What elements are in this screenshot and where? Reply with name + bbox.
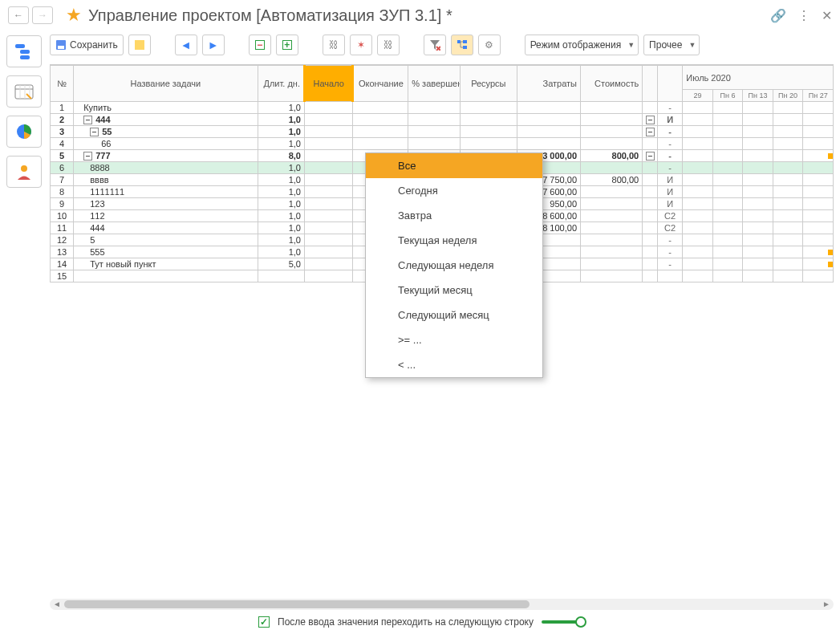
col-cost[interactable]: Затраты xyxy=(517,66,580,102)
svg-rect-12 xyxy=(135,40,144,50)
minus-box-icon: − xyxy=(255,40,265,50)
footer-checkbox[interactable]: ✓ xyxy=(258,616,270,628)
task-name: 66 xyxy=(101,139,111,148)
chain-icon: ⛓ xyxy=(329,39,339,51)
tree-toggle-icon[interactable]: − xyxy=(83,152,92,161)
settings-button[interactable]: ⚙ xyxy=(478,35,501,55)
sidebar-calendar-button[interactable] xyxy=(6,75,42,108)
funnel-clear-icon xyxy=(429,39,440,51)
more-menu-icon[interactable]: ⋮ xyxy=(797,8,810,23)
horizontal-scrollbar[interactable]: ◄ ► xyxy=(50,599,834,610)
toggle-knob[interactable] xyxy=(575,616,586,628)
expand-toggle-icon[interactable]: − xyxy=(646,128,655,136)
arrow-left-icon: ◄ xyxy=(181,39,192,51)
col-pct[interactable]: % завершения xyxy=(408,66,461,102)
structure-icon xyxy=(14,43,34,60)
link-icon[interactable]: 🔗 xyxy=(770,8,786,23)
svg-rect-15 xyxy=(457,40,461,43)
close-icon[interactable]: ✕ xyxy=(822,8,832,23)
task-name: 5 xyxy=(90,235,95,245)
calendar-icon xyxy=(14,83,34,100)
tree-toggle-icon[interactable]: − xyxy=(90,128,99,136)
task-name: Купить xyxy=(83,103,112,112)
chain2-icon: ⛓ xyxy=(383,39,393,51)
plus-box-icon: + xyxy=(282,40,292,50)
col-num[interactable]: № xyxy=(51,66,74,102)
dropdown-item-tomorrow[interactable]: Завтра xyxy=(366,203,542,228)
unlink-button[interactable]: ✶ xyxy=(350,35,372,55)
task-name: 444 xyxy=(90,223,104,233)
col-price[interactable]: Стоимость xyxy=(581,66,643,102)
note-button[interactable] xyxy=(128,35,151,55)
task-name: 1111111 xyxy=(90,187,124,197)
scrollbar-thumb[interactable] xyxy=(64,600,530,608)
nav-back-button[interactable]: ← xyxy=(8,6,29,24)
svg-point-9 xyxy=(21,165,27,172)
sidebar-chart-button[interactable] xyxy=(6,116,42,148)
arrow-right-icon: ► xyxy=(208,39,219,51)
task-name: 777 xyxy=(95,151,110,161)
col-name[interactable]: Название задачи xyxy=(74,66,258,102)
link-button[interactable]: ⛓ xyxy=(323,35,345,55)
table-row[interactable]: 1Купить1,0- xyxy=(51,102,834,114)
task-name: 8888 xyxy=(90,163,109,173)
dropdown-item-this-week[interactable]: Текущая неделя xyxy=(366,228,542,253)
expand-toggle-icon[interactable]: − xyxy=(646,152,655,161)
filter-clear-button[interactable] xyxy=(424,35,446,55)
favorite-star-icon[interactable]: ★ xyxy=(66,5,82,26)
arrow-left-button[interactable]: ◄ xyxy=(175,35,197,55)
dropdown-item-this-month[interactable]: Текущий месяц xyxy=(366,278,542,303)
save-button[interactable]: Сохранить xyxy=(50,35,124,55)
link2-button[interactable]: ⛓ xyxy=(377,35,400,55)
table-row[interactable]: 4661,0- xyxy=(51,138,834,150)
nav-forward-button[interactable]: → xyxy=(32,6,53,24)
task-name: Тут новый пункт xyxy=(90,259,156,269)
col-end[interactable]: Окончание xyxy=(353,66,408,102)
scroll-right-icon[interactable]: ► xyxy=(821,599,832,610)
col-expand[interactable] xyxy=(643,66,658,102)
dropdown-item-next-week[interactable]: Следующая неделя xyxy=(366,253,542,278)
display-mode-label: Режим отображения xyxy=(530,39,622,51)
dropdown-item-today[interactable]: Сегодня xyxy=(366,178,542,203)
task-name: 112 xyxy=(90,211,104,221)
footer-label: После ввода значения переходить на следу… xyxy=(278,616,534,628)
col-res[interactable]: Ресурсы xyxy=(460,66,517,102)
other-button[interactable]: Прочее ▼ xyxy=(643,35,700,55)
sidebar-structure-button[interactable] xyxy=(6,35,42,67)
col-dur[interactable]: Длит. дн. xyxy=(258,66,304,102)
unlink-icon: ✶ xyxy=(357,39,365,51)
svg-rect-1 xyxy=(20,50,30,54)
task-name: 123 xyxy=(90,199,104,209)
expand-toggle-icon[interactable]: − xyxy=(646,116,655,124)
dropdown-item-next-month[interactable]: Следующий месяц xyxy=(366,303,542,327)
gantt-month: Июль 2020 xyxy=(683,66,834,90)
footer-toggle[interactable] xyxy=(542,620,582,624)
dropdown-item-gte[interactable]: >= ... xyxy=(366,327,542,352)
scroll-left-icon[interactable]: ◄ xyxy=(51,599,63,610)
gantt-bar xyxy=(828,153,833,159)
other-label: Прочее xyxy=(649,39,682,51)
svg-rect-11 xyxy=(58,46,64,49)
expand-button[interactable]: + xyxy=(276,35,298,55)
collapse-button[interactable]: − xyxy=(249,35,271,55)
gantt-day-2: Пн 13 xyxy=(743,90,773,102)
svg-rect-0 xyxy=(15,44,25,48)
col-start[interactable]: Начало xyxy=(304,66,352,102)
col-mark[interactable] xyxy=(657,66,682,102)
table-row[interactable]: 3−551,0−- xyxy=(51,126,834,138)
chevron-down-icon: ▼ xyxy=(688,41,696,49)
dropdown-item-all[interactable]: Все xyxy=(366,153,542,178)
table-row[interactable]: 2−4441,0−И xyxy=(51,114,834,126)
arrow-right-button[interactable]: ► xyxy=(202,35,225,55)
svg-rect-16 xyxy=(463,40,467,43)
display-mode-button[interactable]: Режим отображения ▼ xyxy=(525,35,639,55)
gantt-bar xyxy=(828,262,833,267)
svg-rect-17 xyxy=(463,46,467,49)
dropdown-item-lt[interactable]: < ... xyxy=(366,352,542,377)
sidebar-user-button[interactable] xyxy=(6,156,42,188)
tree-button[interactable] xyxy=(451,35,473,55)
save-icon xyxy=(55,39,67,51)
task-name: 444 xyxy=(95,115,110,124)
tree-toggle-icon[interactable]: − xyxy=(83,116,92,124)
save-label: Сохранить xyxy=(70,39,118,51)
